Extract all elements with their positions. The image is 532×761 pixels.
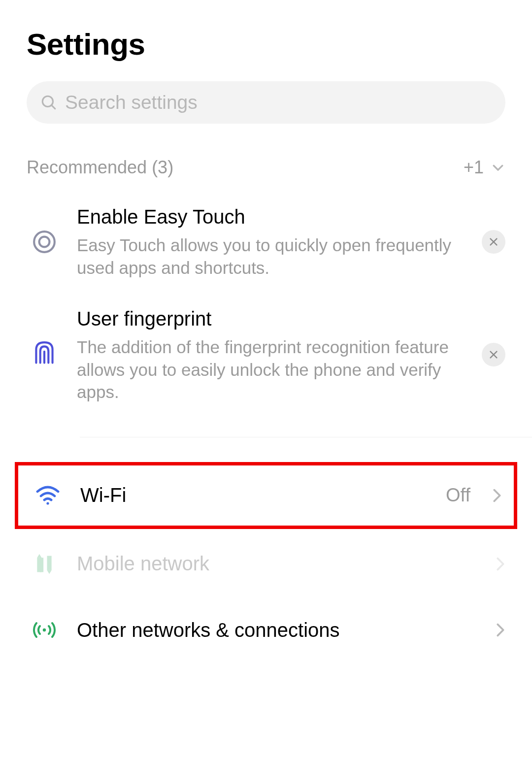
recommended-item-title: Enable Easy Touch: [77, 204, 462, 229]
search-icon: [40, 94, 57, 111]
page-title: Settings: [0, 0, 532, 81]
fingerprint-icon: [32, 340, 57, 369]
recommended-more-count: +1: [464, 157, 484, 178]
svg-point-3: [39, 236, 50, 247]
recommended-item-desc: Easy Touch allows you to quickly open fr…: [77, 234, 462, 279]
menu-item-other-networks[interactable]: Other networks & connections: [0, 597, 532, 663]
svg-point-9: [46, 502, 49, 504]
search-input[interactable]: [65, 92, 492, 113]
search-bar[interactable]: [27, 81, 505, 124]
chevron-right-icon: [492, 487, 502, 504]
close-icon: [488, 236, 499, 247]
svg-line-1: [52, 105, 55, 109]
mobile-network-icon: [33, 553, 55, 575]
recommended-item-title: User fingerprint: [77, 306, 462, 331]
menu-item-label: Wi-Fi: [80, 484, 431, 506]
svg-marker-13: [47, 570, 52, 573]
dismiss-button[interactable]: [482, 343, 505, 366]
highlight-annotation: Wi-Fi Off: [15, 462, 517, 529]
wifi-icon: [35, 486, 60, 505]
chevron-right-icon: [496, 556, 505, 572]
menu-item-mobile-network[interactable]: Mobile network: [15, 531, 517, 597]
menu-item-label: Other networks & connections: [77, 619, 481, 641]
recommended-item-fingerprint[interactable]: User fingerprint The addition of the fin…: [0, 293, 532, 417]
menu-item-label: Mobile network: [77, 553, 481, 575]
chevron-right-icon: [496, 622, 505, 638]
svg-point-14: [43, 629, 46, 631]
svg-marker-11: [37, 554, 41, 557]
recommended-item-easy-touch[interactable]: Enable Easy Touch Easy Touch allows you …: [0, 191, 532, 293]
menu-item-value: Off: [446, 485, 470, 506]
easy-touch-icon: [32, 230, 57, 254]
recommended-expand[interactable]: +1: [464, 157, 505, 178]
svg-marker-10: [37, 558, 41, 572]
svg-point-2: [34, 232, 55, 252]
close-icon: [488, 349, 499, 360]
menu-item-wifi[interactable]: Wi-Fi Off: [18, 465, 514, 526]
recommended-item-desc: The addition of the fingerprint recognit…: [77, 336, 462, 403]
dismiss-button[interactable]: [482, 230, 505, 254]
chevron-down-icon: [491, 160, 505, 175]
recommended-header: Recommended (3): [27, 157, 173, 178]
svg-marker-12: [47, 556, 52, 570]
hotspot-icon: [33, 618, 56, 642]
